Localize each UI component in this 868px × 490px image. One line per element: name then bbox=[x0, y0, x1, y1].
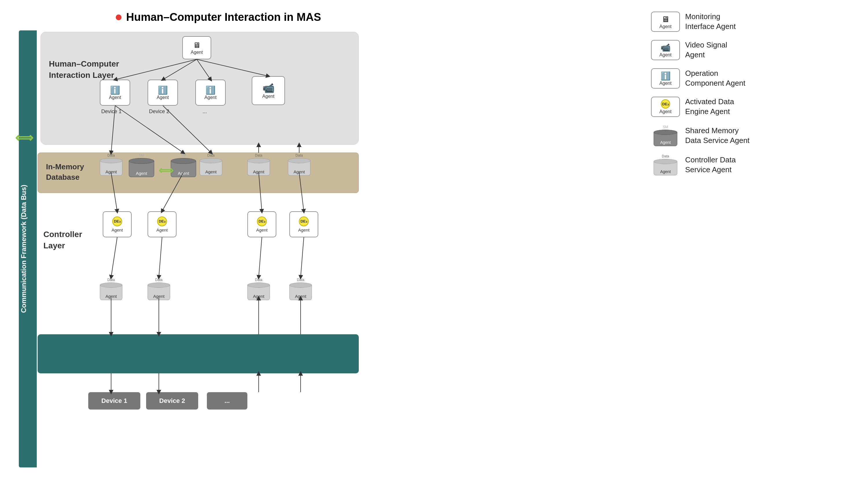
imdb-data-agent-1: Data Agent bbox=[100, 153, 122, 176]
green-arrow-left: ⟺ bbox=[15, 130, 33, 145]
legend-video-label: Video SignalAgent bbox=[685, 40, 727, 60]
device1-agent: ℹ️ Agent bbox=[100, 80, 130, 105]
bottom-device-2: Device 2 bbox=[146, 392, 198, 409]
device-dots-label: ... bbox=[203, 109, 207, 115]
de-agent-1: DE₂ Agent bbox=[103, 211, 132, 237]
de-agent-2: DE₂ Agent bbox=[148, 211, 177, 237]
device2-agent-label: Agent bbox=[157, 95, 169, 100]
device1-label: Device 1 bbox=[101, 109, 122, 115]
hci-top-agent-icon: 🖥 bbox=[193, 41, 200, 50]
title-dot bbox=[116, 14, 122, 20]
legend-item-monitoring: 🖥 Agent MonitoringInterface Agent bbox=[651, 11, 854, 32]
legend-monitoring-icon: 🖥 Agent bbox=[651, 11, 680, 32]
controller-layer-label: ControllerLayer bbox=[43, 228, 82, 251]
legend-item-de: DE₂ Agent Activated DataEngine Agent bbox=[651, 97, 854, 117]
legend-video-icon: 📹 Agent bbox=[651, 40, 680, 60]
green-arrow-imdb: ⟺ bbox=[159, 164, 174, 177]
device2-label: Device 2 bbox=[149, 109, 169, 115]
imdb-data-agent-2: Data Agent bbox=[199, 153, 222, 176]
bottom-device-layer bbox=[38, 334, 359, 373]
device1-agent-label: Agent bbox=[109, 95, 121, 100]
legend-item-operation: ℹ️ Agent OperationComponent Agent bbox=[651, 68, 854, 89]
device2-agent-icon: ℹ️ bbox=[158, 85, 168, 95]
bottom-data-agent-1: Data Agent bbox=[100, 278, 122, 300]
imdb-data-agent-3: Data Agent bbox=[247, 153, 270, 176]
imdb-sm-agent-2: SM Agent bbox=[171, 153, 196, 177]
device-dots-agent-label: Agent bbox=[205, 95, 217, 100]
bottom-device-dots: ... bbox=[207, 392, 247, 409]
legend-sm-icon: SM Agent bbox=[651, 125, 680, 146]
imdb-data-agent-4: Data Agent bbox=[288, 153, 310, 176]
title-text: Human–Computer Interaction in MAS bbox=[126, 11, 321, 24]
de-agent-4: DE₂ Agent bbox=[289, 211, 318, 237]
camera-agent: 📹 Agent bbox=[252, 76, 285, 105]
hci-layer-label: Human–ComputerInteraction Layer bbox=[49, 58, 119, 81]
svg-line-13 bbox=[111, 237, 117, 277]
legend-monitoring-label: MonitoringInterface Agent bbox=[685, 12, 736, 32]
device-dots-agent-icon: ℹ️ bbox=[206, 85, 216, 95]
legend-item-video: 📹 Agent Video SignalAgent bbox=[651, 40, 854, 60]
comm-framework-bar: Communication Framework (Data Bus) bbox=[19, 30, 37, 467]
camera-agent-icon: 📹 bbox=[262, 82, 275, 94]
legend-de-label: Activated DataEngine Agent bbox=[685, 97, 734, 117]
device-dots-agent: ℹ️ Agent bbox=[195, 80, 226, 105]
device1-agent-icon: ℹ️ bbox=[110, 85, 120, 95]
hci-top-agent-label: Agent bbox=[191, 50, 203, 55]
legend: 🖥 Agent MonitoringInterface Agent 📹 Agen… bbox=[651, 11, 854, 183]
svg-line-15 bbox=[259, 237, 262, 277]
device2-agent: ℹ️ Agent bbox=[148, 80, 178, 105]
bottom-data-agent-2: Data Agent bbox=[148, 278, 170, 300]
svg-line-16 bbox=[301, 237, 304, 277]
bottom-device-1: Device 1 bbox=[88, 392, 140, 409]
legend-sm-label: Shared MemoryData Service Agent bbox=[685, 126, 750, 146]
comm-framework-label: Communication Framework (Data Bus) bbox=[19, 30, 29, 467]
hci-top-agent: 🖥 Agent bbox=[182, 36, 211, 59]
bottom-data-agent-3: Data Agent bbox=[247, 278, 270, 300]
legend-item-data: Data Agent Controller DataService Agent bbox=[651, 154, 854, 175]
legend-data-label: Controller DataService Agent bbox=[685, 155, 736, 175]
de-agent-3: DE₂ Agent bbox=[247, 211, 276, 237]
legend-de-icon: DE₂ Agent bbox=[651, 97, 680, 117]
legend-data-icon: Data Agent bbox=[651, 154, 680, 175]
legend-operation-label: OperationComponent Agent bbox=[685, 69, 745, 88]
legend-item-sm: SM Agent Shared MemoryData Service Agent bbox=[651, 125, 854, 146]
svg-line-14 bbox=[159, 237, 162, 277]
main-title: Human–Computer Interaction in MAS bbox=[116, 11, 321, 24]
imdb-layer: In-MemoryDatabase bbox=[38, 153, 359, 193]
imdb-sm-agent-1: SM Agent bbox=[129, 153, 154, 177]
camera-agent-label: Agent bbox=[262, 94, 275, 99]
imdb-label: In-MemoryDatabase bbox=[46, 161, 84, 183]
legend-operation-icon: ℹ️ Agent bbox=[651, 68, 680, 89]
bottom-data-agent-4: Data Agent bbox=[289, 278, 312, 300]
